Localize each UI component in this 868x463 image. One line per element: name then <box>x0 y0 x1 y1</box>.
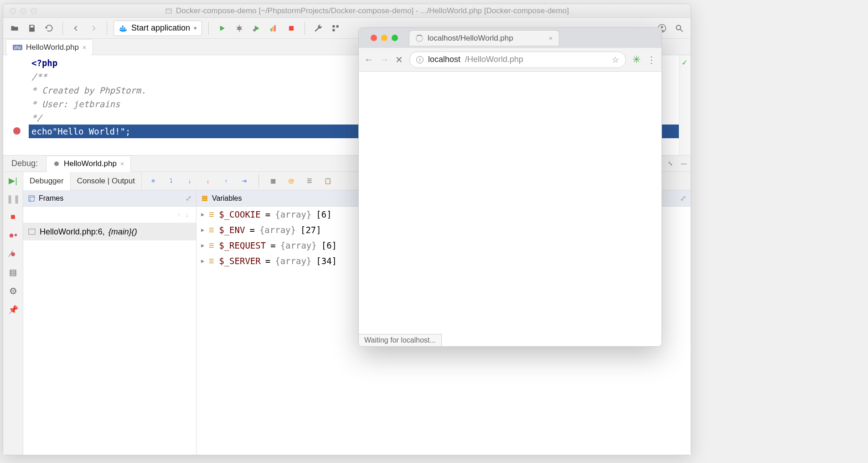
save-icon[interactable] <box>25 21 39 35</box>
svg-rect-20 <box>29 196 34 201</box>
debug-label: Debug: <box>3 159 46 168</box>
layout-icon[interactable]: ▤ <box>9 267 17 277</box>
structure-icon[interactable] <box>329 21 342 35</box>
expand-triangle-icon[interactable]: ▶ <box>201 227 204 233</box>
step-over-icon[interactable]: ⤵ <box>165 174 178 188</box>
close-tab-icon[interactable]: × <box>83 44 86 51</box>
frame-up-icon[interactable]: ↑ <box>177 211 181 218</box>
run-config-dropdown[interactable]: Start application ▾ <box>114 21 202 36</box>
code-line: * Created by PhpStorm. <box>31 85 146 95</box>
svg-rect-7 <box>253 29 256 31</box>
show-execution-icon[interactable]: ≡ <box>146 174 160 188</box>
breakpoint-icon[interactable] <box>13 127 21 135</box>
back-icon[interactable] <box>69 21 83 35</box>
extension-icon[interactable]: ✳ <box>632 54 641 66</box>
bookmark-star-icon[interactable]: ☆ <box>612 55 619 65</box>
view-breakpoints-icon[interactable]: ●• <box>9 230 17 240</box>
stack-frame-icon <box>28 228 36 236</box>
expand-triangle-icon[interactable]: ▶ <box>201 258 204 264</box>
var-type: {array} <box>280 240 317 250</box>
close-traffic-icon[interactable] <box>371 35 377 41</box>
debugger-subtab[interactable]: Debugger <box>23 172 71 191</box>
pin-icon[interactable]: 📌 <box>8 305 18 315</box>
minimize-traffic-icon[interactable] <box>381 35 388 41</box>
var-count: [34] <box>316 256 337 266</box>
resume-icon[interactable]: ▶| <box>9 176 17 186</box>
php-file-icon: php <box>13 45 22 50</box>
var-name: $_REQUEST <box>219 240 266 250</box>
console-subtab[interactable]: Console | Output <box>71 172 142 190</box>
search-icon[interactable] <box>672 21 686 35</box>
svg-rect-13 <box>336 25 339 27</box>
zoom-traffic-icon[interactable] <box>31 8 37 14</box>
clipboard-icon[interactable]: 📋 <box>321 174 335 188</box>
profile-icon[interactable] <box>267 21 281 35</box>
nav-back-icon[interactable]: ← <box>364 54 373 65</box>
nav-forward-icon[interactable]: → <box>380 54 389 65</box>
expand-icon[interactable]: ⤢ <box>680 194 686 203</box>
debug-icon[interactable] <box>232 21 246 35</box>
frame-down-icon[interactable]: ↓ <box>186 211 189 218</box>
svg-rect-8 <box>271 28 272 31</box>
svg-rect-2 <box>120 27 121 29</box>
svg-point-6 <box>238 26 241 30</box>
minimize-panel-icon[interactable]: — <box>677 157 691 171</box>
close-traffic-icon[interactable] <box>10 8 16 14</box>
code-line: <?php <box>31 58 57 68</box>
svg-rect-0 <box>166 9 171 13</box>
coverage-icon[interactable] <box>250 21 264 35</box>
watches-icon[interactable]: ☰ <box>303 174 316 188</box>
gutter[interactable] <box>3 55 29 155</box>
svg-point-16 <box>661 26 663 28</box>
browser-menu-icon[interactable]: ⋮ <box>647 54 656 65</box>
settings-icon[interactable]: ⤡ <box>663 157 677 171</box>
expand-triangle-icon[interactable]: ▶ <box>201 211 204 218</box>
array-type-icon: ☰ <box>209 211 214 218</box>
mute-breakpoints-icon[interactable]: ●⁄ <box>10 249 16 259</box>
close-tab-icon[interactable]: × <box>549 35 553 42</box>
editor-marker-bar[interactable]: ✓ <box>679 55 691 155</box>
pause-icon[interactable]: ❚❚ <box>6 194 20 204</box>
array-type-icon: ☰ <box>209 242 214 249</box>
at-icon[interactable]: @ <box>284 174 298 188</box>
forward-icon[interactable] <box>87 21 100 35</box>
svg-rect-4 <box>122 26 124 27</box>
address-bar[interactable]: i localhost/HelloWorld.php ☆ <box>409 52 626 68</box>
stop-icon[interactable] <box>284 21 298 35</box>
nav-stop-icon[interactable]: ✕ <box>395 54 403 65</box>
evaluate-icon[interactable]: ▦ <box>266 174 280 188</box>
var-type: {array} <box>275 209 311 219</box>
zoom-traffic-icon[interactable] <box>392 35 398 41</box>
info-icon[interactable]: i <box>416 56 424 63</box>
debug-settings-icon[interactable]: ⚙ <box>9 286 17 297</box>
step-into-icon[interactable]: ↓ <box>183 174 196 188</box>
stop-debug-icon[interactable]: ■ <box>10 212 16 222</box>
svg-rect-22 <box>29 229 35 234</box>
minimize-traffic-icon[interactable] <box>20 8 26 14</box>
variables-icon <box>201 195 208 202</box>
open-icon[interactable] <box>8 21 21 35</box>
run-icon[interactable] <box>215 21 229 35</box>
browser-viewport: Waiting for localhost... <box>359 72 661 346</box>
force-step-into-icon[interactable]: ↓ <box>201 174 215 188</box>
run-to-cursor-icon[interactable]: ⇥ <box>238 174 251 188</box>
svg-rect-11 <box>289 26 294 31</box>
step-out-icon[interactable]: ↑ <box>219 174 233 188</box>
browser-tab[interactable]: localhost/HelloWorld.php × <box>409 30 559 46</box>
frames-icon <box>28 195 35 202</box>
svg-rect-9 <box>273 26 274 31</box>
expand-triangle-icon[interactable]: ▶ <box>201 242 204 249</box>
wrench-icon[interactable] <box>311 21 325 35</box>
tab-label: HelloWorld.php <box>26 43 79 52</box>
svg-rect-10 <box>274 25 276 31</box>
code-line: */ <box>31 113 42 123</box>
loading-spinner-icon <box>416 35 423 42</box>
editor-tab[interactable]: php HelloWorld.php × <box>6 39 93 55</box>
expand-icon[interactable]: ⤢ <box>186 194 191 203</box>
debug-session-tab[interactable]: HelloWorld.php × <box>46 156 131 172</box>
frame-row[interactable]: HelloWorld.php:6, {main}() <box>23 223 196 240</box>
close-icon[interactable]: × <box>120 160 124 167</box>
url-host: localhost <box>428 55 460 64</box>
refresh-icon[interactable] <box>42 21 56 35</box>
bug-icon <box>53 160 60 167</box>
